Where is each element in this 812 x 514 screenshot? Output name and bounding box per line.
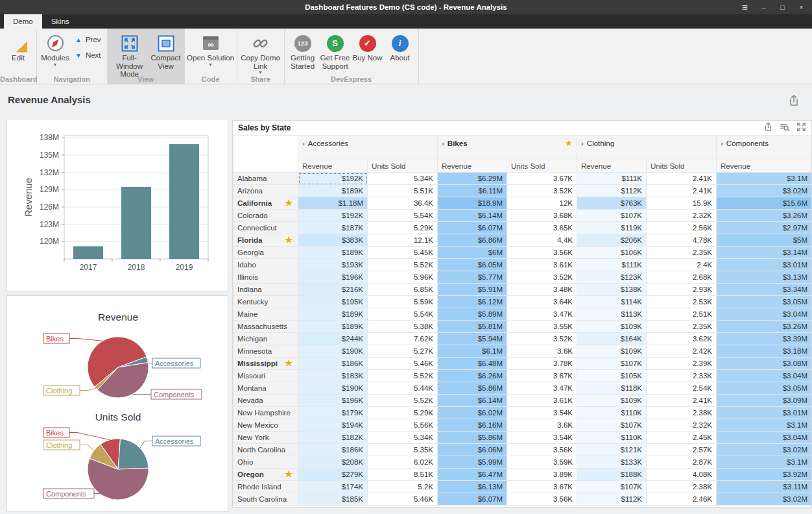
value-cell[interactable]: 3.52K: [507, 185, 577, 197]
value-cell[interactable]: $109K: [577, 321, 647, 333]
expand-chevron-icon[interactable]: ›: [581, 140, 584, 147]
value-cell[interactable]: $119K: [577, 222, 647, 234]
export-panel-icon[interactable]: [763, 122, 773, 134]
value-cell[interactable]: 3.56K: [507, 444, 577, 456]
value-cell[interactable]: 5.35K: [368, 444, 438, 456]
value-cell[interactable]: 3.68K: [507, 210, 577, 222]
value-cell[interactable]: 2.68K: [647, 271, 717, 284]
bar-2018[interactable]: [121, 187, 151, 259]
value-cell[interactable]: $6.12M: [438, 296, 507, 308]
value-cell[interactable]: $3.26M: [717, 321, 812, 333]
value-cell[interactable]: $182K: [298, 432, 368, 444]
value-cell[interactable]: $3.09M: [717, 395, 812, 407]
bar-2017[interactable]: [73, 246, 103, 259]
value-cell[interactable]: $196K: [298, 271, 368, 284]
value-cell[interactable]: $110K: [577, 432, 647, 444]
value-cell[interactable]: $3.92M: [717, 469, 812, 481]
value-cell[interactable]: $6.06M: [438, 444, 507, 456]
value-cell[interactable]: 3.64K: [507, 296, 577, 308]
about-button[interactable]: i About: [384, 31, 416, 62]
value-cell[interactable]: $185K: [298, 493, 368, 506]
value-cell[interactable]: $5.94M: [438, 333, 507, 345]
value-cell[interactable]: $164K: [577, 333, 647, 345]
value-cell[interactable]: 2.35K: [647, 247, 717, 259]
value-cell[interactable]: 5.96K: [368, 271, 438, 284]
maximize-icon[interactable]: □: [773, 0, 792, 14]
measure-header-units-sold[interactable]: Units Sold: [368, 160, 438, 173]
value-cell[interactable]: $196K: [298, 395, 368, 407]
value-cell[interactable]: 7.62K: [368, 333, 438, 345]
value-cell[interactable]: $107K: [577, 210, 647, 222]
value-cell[interactable]: 12K: [507, 197, 577, 210]
state-cell[interactable]: Oregon★: [233, 469, 298, 481]
value-cell[interactable]: $174K: [298, 481, 368, 493]
value-cell[interactable]: $189K: [298, 321, 368, 333]
value-cell[interactable]: 3.67K: [507, 370, 577, 382]
value-cell[interactable]: 5.56K: [368, 419, 438, 432]
inspect-data-icon[interactable]: [780, 122, 790, 134]
value-cell[interactable]: $6.1M: [438, 345, 507, 358]
value-cell[interactable]: $189K: [298, 185, 368, 197]
value-cell[interactable]: 3.52K: [507, 333, 577, 345]
value-cell[interactable]: $18.9M: [438, 197, 507, 210]
value-cell[interactable]: $1.18M: [298, 197, 368, 210]
value-cell[interactable]: 2.41K: [647, 173, 717, 185]
value-cell[interactable]: $6M: [438, 247, 507, 259]
value-cell[interactable]: 2.41K: [647, 185, 717, 197]
expand-chevron-icon[interactable]: ›: [302, 140, 305, 147]
value-cell[interactable]: 2.35K: [647, 321, 717, 333]
value-cell[interactable]: $6.29M: [438, 173, 507, 185]
value-cell[interactable]: 5.51K: [368, 185, 438, 197]
state-cell[interactable]: Michigan: [233, 333, 298, 345]
state-cell[interactable]: Minnesota: [233, 345, 298, 358]
value-cell[interactable]: $107K: [577, 419, 647, 432]
value-cell[interactable]: 3.89K: [507, 469, 577, 481]
value-cell[interactable]: 3.67K: [507, 173, 577, 185]
value-cell[interactable]: 5.27K: [368, 345, 438, 358]
value-cell[interactable]: $6.11M: [438, 185, 507, 197]
value-cell[interactable]: 3.67K: [507, 481, 577, 493]
value-cell[interactable]: 3.54K: [507, 432, 577, 444]
value-cell[interactable]: $6.07M: [438, 222, 507, 234]
value-cell[interactable]: $190K: [298, 382, 368, 395]
state-cell[interactable]: Nevada: [233, 395, 298, 407]
value-cell[interactable]: 2.51K: [647, 308, 717, 321]
value-cell[interactable]: $6.47M: [438, 469, 507, 481]
value-cell[interactable]: $188K: [577, 469, 647, 481]
value-cell[interactable]: $208K: [298, 456, 368, 469]
value-cell[interactable]: $107K: [577, 358, 647, 370]
value-cell[interactable]: $5.81M: [438, 321, 507, 333]
value-cell[interactable]: 2.32K: [647, 210, 717, 222]
value-cell[interactable]: $5M: [717, 234, 812, 247]
value-cell[interactable]: $216K: [298, 284, 368, 296]
value-cell[interactable]: 2.45K: [647, 432, 717, 444]
value-cell[interactable]: 5.54K: [368, 210, 438, 222]
value-cell[interactable]: 3.47K: [507, 308, 577, 321]
state-cell[interactable]: Missouri: [233, 370, 298, 382]
value-cell[interactable]: $112K: [577, 185, 647, 197]
value-cell[interactable]: $244K: [298, 333, 368, 345]
value-cell[interactable]: 2.53K: [647, 296, 717, 308]
value-cell[interactable]: $3.01M: [717, 259, 812, 271]
state-cell[interactable]: Maine: [233, 308, 298, 321]
value-cell[interactable]: 12.1K: [368, 234, 438, 247]
modules-button[interactable]: Modules ▾: [39, 31, 71, 67]
measure-header-revenue[interactable]: Revenue: [438, 160, 507, 173]
value-cell[interactable]: $5.99M: [438, 456, 507, 469]
value-cell[interactable]: $3.1M: [717, 419, 812, 432]
value-cell[interactable]: $3.1M: [717, 173, 812, 185]
value-cell[interactable]: 4.08K: [647, 469, 717, 481]
measure-header-revenue[interactable]: Revenue: [717, 160, 812, 173]
ribbon-display-options-icon[interactable]: ⊞: [735, 0, 754, 14]
pie-slice-accessories[interactable]: [118, 439, 149, 469]
column-group-header-clothing[interactable]: ›Clothing: [577, 136, 717, 160]
expand-chevron-icon[interactable]: ›: [442, 140, 444, 147]
value-cell[interactable]: $195K: [298, 296, 368, 308]
state-cell[interactable]: Florida★: [233, 234, 298, 247]
value-cell[interactable]: $6.02M: [438, 407, 507, 419]
value-cell[interactable]: 3.62K: [647, 333, 717, 345]
value-cell[interactable]: 3.6K: [507, 345, 577, 358]
value-cell[interactable]: $111K: [577, 173, 647, 185]
value-cell[interactable]: $6.13M: [438, 481, 507, 493]
value-cell[interactable]: $118K: [577, 382, 647, 395]
